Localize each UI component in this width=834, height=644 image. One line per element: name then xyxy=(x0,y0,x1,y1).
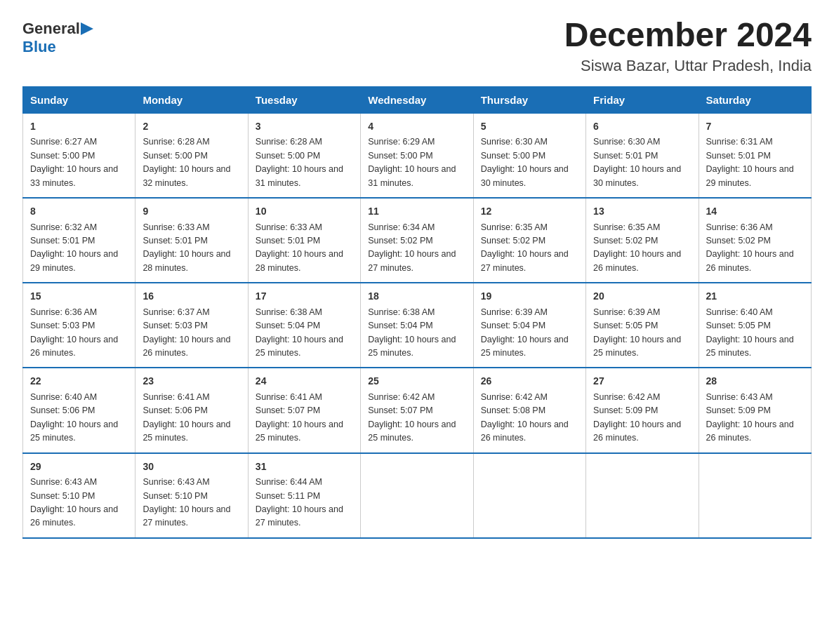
sunrise-text: Sunrise: 6:43 AM xyxy=(706,392,773,402)
calendar-cell: 2Sunrise: 6:28 AMSunset: 5:00 PMDaylight… xyxy=(135,113,248,198)
daylight-text: Daylight: 10 hours and 30 minutes. xyxy=(481,164,569,187)
day-number: 12 xyxy=(481,204,578,220)
calendar-cell xyxy=(361,453,473,538)
daylight-text: Daylight: 10 hours and 25 minutes. xyxy=(593,335,681,358)
sunset-text: Sunset: 5:00 PM xyxy=(368,151,432,161)
calendar-cell: 21Sunrise: 6:40 AMSunset: 5:05 PMDayligh… xyxy=(699,283,811,368)
day-number: 1 xyxy=(30,119,128,135)
calendar-cell: 22Sunrise: 6:40 AMSunset: 5:06 PMDayligh… xyxy=(23,368,135,452)
daylight-text: Daylight: 10 hours and 26 minutes. xyxy=(593,249,681,272)
daylight-text: Daylight: 10 hours and 29 minutes. xyxy=(30,249,118,272)
daylight-text: Daylight: 10 hours and 31 minutes. xyxy=(256,164,343,187)
sunrise-text: Sunrise: 6:42 AM xyxy=(368,392,435,402)
calendar-cell: 10Sunrise: 6:33 AMSunset: 5:01 PMDayligh… xyxy=(248,198,360,283)
sunrise-text: Sunrise: 6:33 AM xyxy=(143,222,209,232)
calendar-cell: 11Sunrise: 6:34 AMSunset: 5:02 PMDayligh… xyxy=(361,198,473,283)
calendar-header-tuesday: Tuesday xyxy=(248,86,360,113)
day-number: 6 xyxy=(593,119,691,135)
sunrise-text: Sunrise: 6:41 AM xyxy=(143,392,209,402)
day-number: 20 xyxy=(593,289,691,304)
daylight-text: Daylight: 10 hours and 27 minutes. xyxy=(143,504,230,528)
calendar-cell: 28Sunrise: 6:43 AMSunset: 5:09 PMDayligh… xyxy=(699,368,811,452)
sunset-text: Sunset: 5:04 PM xyxy=(256,321,320,330)
calendar-cell: 30Sunrise: 6:43 AMSunset: 5:10 PMDayligh… xyxy=(135,453,248,538)
daylight-text: Daylight: 10 hours and 25 minutes. xyxy=(481,335,569,358)
calendar-header-friday: Friday xyxy=(586,86,699,113)
calendar-cell: 27Sunrise: 6:42 AMSunset: 5:09 PMDayligh… xyxy=(586,368,699,452)
calendar-cell: 26Sunrise: 6:42 AMSunset: 5:08 PMDayligh… xyxy=(473,368,585,452)
sunset-text: Sunset: 5:09 PM xyxy=(593,405,658,415)
sunset-text: Sunset: 5:06 PM xyxy=(30,405,95,415)
day-number: 30 xyxy=(143,459,240,475)
logo-blue-text: Blue xyxy=(22,38,56,56)
header: General Blue December 2024 Siswa Bazar, … xyxy=(22,17,812,75)
calendar-cell: 4Sunrise: 6:29 AMSunset: 5:00 PMDaylight… xyxy=(361,113,473,198)
daylight-text: Daylight: 10 hours and 26 minutes. xyxy=(30,504,118,528)
daylight-text: Daylight: 10 hours and 29 minutes. xyxy=(706,164,794,187)
day-number: 19 xyxy=(481,289,578,304)
title-block: December 2024 Siswa Bazar, Uttar Pradesh… xyxy=(564,17,812,75)
daylight-text: Daylight: 10 hours and 28 minutes. xyxy=(256,249,343,272)
sunrise-text: Sunrise: 6:28 AM xyxy=(256,137,322,147)
daylight-text: Daylight: 10 hours and 26 minutes. xyxy=(706,420,794,443)
daylight-text: Daylight: 10 hours and 27 minutes. xyxy=(481,249,569,272)
sunset-text: Sunset: 5:07 PM xyxy=(256,405,320,415)
day-number: 16 xyxy=(143,289,240,304)
sunrise-text: Sunrise: 6:30 AM xyxy=(481,137,548,147)
sunrise-text: Sunrise: 6:29 AM xyxy=(368,137,435,147)
calendar-header-row: SundayMondayTuesdayWednesdayThursdayFrid… xyxy=(23,86,812,113)
calendar-cell: 13Sunrise: 6:35 AMSunset: 5:02 PMDayligh… xyxy=(586,198,699,283)
sunrise-text: Sunrise: 6:27 AM xyxy=(30,137,97,147)
calendar-header-saturday: Saturday xyxy=(699,86,811,113)
daylight-text: Daylight: 10 hours and 31 minutes. xyxy=(368,164,456,187)
daylight-text: Daylight: 10 hours and 30 minutes. xyxy=(593,164,681,187)
sunset-text: Sunset: 5:01 PM xyxy=(30,236,95,246)
svg-marker-0 xyxy=(81,22,93,35)
calendar-week-row-1: 1Sunrise: 6:27 AMSunset: 5:00 PMDaylight… xyxy=(23,113,812,198)
calendar-cell xyxy=(699,453,811,538)
sunset-text: Sunset: 5:09 PM xyxy=(706,405,771,415)
day-number: 28 xyxy=(706,374,804,389)
subtitle: Siswa Bazar, Uttar Pradesh, India xyxy=(564,57,812,75)
day-number: 25 xyxy=(368,374,465,389)
sunrise-text: Sunrise: 6:35 AM xyxy=(593,222,660,232)
sunset-text: Sunset: 5:02 PM xyxy=(481,236,545,246)
day-number: 23 xyxy=(143,374,240,389)
sunrise-text: Sunrise: 6:39 AM xyxy=(593,307,660,317)
day-number: 17 xyxy=(256,289,353,304)
daylight-text: Daylight: 10 hours and 26 minutes. xyxy=(143,335,230,358)
day-number: 13 xyxy=(593,204,691,220)
sunset-text: Sunset: 5:01 PM xyxy=(706,151,771,161)
sunset-text: Sunset: 5:02 PM xyxy=(368,236,432,246)
sunset-text: Sunset: 5:03 PM xyxy=(143,321,207,330)
main-title: December 2024 xyxy=(564,17,812,54)
daylight-text: Daylight: 10 hours and 25 minutes. xyxy=(256,335,343,358)
day-number: 2 xyxy=(143,119,240,135)
sunset-text: Sunset: 5:10 PM xyxy=(143,491,207,501)
sunrise-text: Sunrise: 6:38 AM xyxy=(256,307,322,317)
sunrise-text: Sunrise: 6:28 AM xyxy=(143,137,209,147)
daylight-text: Daylight: 10 hours and 33 minutes. xyxy=(30,164,118,187)
day-number: 11 xyxy=(368,204,465,220)
sunset-text: Sunset: 5:05 PM xyxy=(706,321,771,330)
sunset-text: Sunset: 5:00 PM xyxy=(481,151,545,161)
calendar-cell: 1Sunrise: 6:27 AMSunset: 5:00 PMDaylight… xyxy=(23,113,135,198)
day-number: 27 xyxy=(593,374,691,389)
sunset-text: Sunset: 5:05 PM xyxy=(593,321,658,330)
sunset-text: Sunset: 5:01 PM xyxy=(593,151,658,161)
sunset-text: Sunset: 5:08 PM xyxy=(481,405,545,415)
calendar-cell: 7Sunrise: 6:31 AMSunset: 5:01 PMDaylight… xyxy=(699,113,811,198)
day-number: 21 xyxy=(706,289,804,304)
sunrise-text: Sunrise: 6:43 AM xyxy=(143,477,209,487)
day-number: 9 xyxy=(143,204,240,220)
calendar-cell: 15Sunrise: 6:36 AMSunset: 5:03 PMDayligh… xyxy=(23,283,135,368)
calendar-cell: 19Sunrise: 6:39 AMSunset: 5:04 PMDayligh… xyxy=(473,283,585,368)
day-number: 7 xyxy=(706,119,804,135)
day-number: 22 xyxy=(30,374,128,389)
calendar-header-monday: Monday xyxy=(135,86,248,113)
sunrise-text: Sunrise: 6:41 AM xyxy=(256,392,322,402)
day-number: 15 xyxy=(30,289,128,304)
sunrise-text: Sunrise: 6:34 AM xyxy=(368,222,435,232)
sunset-text: Sunset: 5:07 PM xyxy=(368,405,432,415)
calendar-week-row-2: 8Sunrise: 6:32 AMSunset: 5:01 PMDaylight… xyxy=(23,198,812,283)
